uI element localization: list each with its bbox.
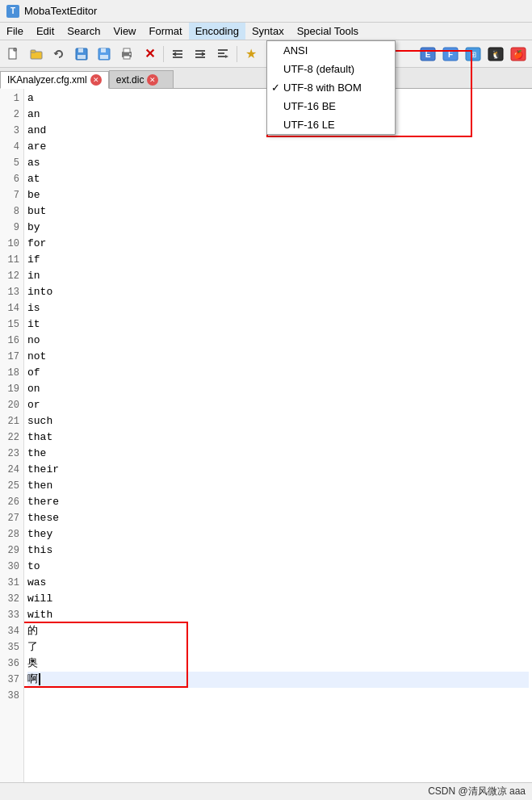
encoding-utf8-bom[interactable]: UTF-8 with BOM: [267, 78, 395, 97]
editor-line-4: are: [27, 139, 529, 155]
editor-area: 1234567891011121314151617181920212223242…: [0, 89, 532, 782]
svg-text:🐧: 🐧: [491, 49, 501, 60]
line-number-9: 9: [0, 220, 23, 236]
editor-line-26: there: [27, 494, 529, 510]
bookmark-button[interactable]: ★: [241, 44, 262, 65]
line-number-22: 22: [0, 429, 23, 446]
line-number-34: 34: [0, 623, 23, 639]
menu-file[interactable]: File: [0, 23, 30, 40]
line-number-17: 17: [0, 349, 23, 365]
menu-search[interactable]: Search: [61, 23, 107, 40]
editor-line-36: 奥: [27, 655, 529, 672]
editor-line-22: that: [27, 429, 529, 446]
status-bar: CSDN @清风微凉 aaa: [0, 782, 532, 800]
svg-text:🍎: 🍎: [513, 49, 524, 60]
format-button[interactable]: [212, 44, 233, 65]
line-number-11: 11: [0, 252, 23, 268]
editor-line-27: these: [27, 510, 529, 526]
editor-line-14: is: [27, 300, 529, 316]
linux-btn[interactable]: 🐧: [485, 44, 506, 65]
encoding-utf8-default[interactable]: UTF-8 (default): [267, 60, 395, 78]
svg-rect-8: [100, 55, 108, 59]
indent-left-button[interactable]: [167, 44, 188, 65]
open-file-button[interactable]: [26, 44, 47, 65]
svg-rect-20: [218, 52, 224, 54]
separator-2: [237, 46, 237, 62]
editor-line-16: no: [27, 333, 529, 349]
editor-line-21: such: [27, 413, 529, 429]
editor-line-31: was: [27, 575, 529, 591]
line-number-23: 23: [0, 446, 23, 462]
svg-text:F: F: [448, 50, 453, 59]
line-number-36: 36: [0, 655, 23, 672]
tab-close-ikanalyzer[interactable]: ✕: [90, 74, 102, 86]
title-bar: T MobaTextEditor: [0, 0, 532, 23]
editor-line-5: as: [27, 155, 529, 171]
encoding-utf16-le[interactable]: UTF-16 LE: [267, 115, 395, 134]
tab-ikanalyzer[interactable]: IKAnalyzer.cfg.xml ✕: [0, 71, 109, 89]
line-number-18: 18: [0, 365, 23, 381]
editor-line-15: it: [27, 316, 529, 333]
svg-rect-2: [31, 50, 36, 52]
line-number-14: 14: [0, 300, 23, 316]
encoding-utf16-be[interactable]: UTF-16 BE: [267, 97, 395, 115]
line-number-1: 1: [0, 90, 23, 107]
status-text: CSDN @清风微凉 aaa: [428, 785, 526, 798]
line-number-12: 12: [0, 268, 23, 284]
print-button[interactable]: [116, 44, 137, 65]
line-number-38: 38: [0, 688, 23, 704]
line-number-6: 6: [0, 171, 23, 187]
editor-line-38: [27, 688, 529, 704]
editor-line-12: in: [27, 268, 529, 284]
svg-text:⊞: ⊞: [470, 50, 476, 59]
line-number-13: 13: [0, 284, 23, 300]
line-number-37: 37: [0, 672, 23, 688]
line-number-3: 3: [0, 123, 23, 139]
svg-rect-11: [124, 56, 130, 59]
editor-line-6: at: [27, 171, 529, 187]
extra-btn-1[interactable]: E: [417, 44, 438, 65]
close-file-button[interactable]: ✕: [139, 44, 160, 65]
editor-line-13: into: [27, 284, 529, 300]
line-number-31: 31: [0, 575, 23, 591]
encoding-dropdown: ANSI UTF-8 (default) UTF-8 with BOM UTF-…: [266, 40, 396, 135]
editor-line-10: for: [27, 236, 529, 252]
tab-label-extdic: ext.dic: [116, 74, 145, 86]
line-number-26: 26: [0, 494, 23, 510]
menu-edit[interactable]: Edit: [30, 23, 61, 40]
line-number-8: 8: [0, 203, 23, 220]
new-file-button[interactable]: [3, 44, 24, 65]
svg-rect-19: [218, 49, 228, 51]
menu-format[interactable]: Format: [143, 23, 189, 40]
tab-extdic[interactable]: ext.dic ✕: [109, 70, 174, 88]
line-number-28: 28: [0, 526, 23, 542]
tab-label-ikanalyzer: IKAnalyzer.cfg.xml: [7, 74, 87, 86]
editor-line-25: then: [27, 478, 529, 494]
editor-line-8: but: [27, 203, 529, 220]
indent-right-button[interactable]: [190, 44, 211, 65]
svg-rect-7: [101, 48, 106, 52]
editor-content[interactable]: aanandareasatbebutbyforifinintoisitnonot…: [24, 89, 532, 782]
reload-button[interactable]: [48, 44, 69, 65]
line-number-5: 5: [0, 155, 23, 171]
tab-close-extdic[interactable]: ✕: [147, 74, 158, 86]
extra-btn-2[interactable]: F: [440, 44, 461, 65]
apple-btn[interactable]: 🍎: [508, 44, 529, 65]
line-number-21: 21: [0, 413, 23, 429]
line-number-20: 20: [0, 397, 23, 413]
menu-view[interactable]: View: [107, 23, 143, 40]
editor-line-18: of: [27, 365, 529, 381]
menu-special-tools[interactable]: Special Tools: [291, 23, 365, 40]
save-button[interactable]: [71, 44, 92, 65]
editor-line-37: 啊: [27, 672, 529, 688]
editor-line-19: on: [27, 381, 529, 397]
menu-syntax[interactable]: Syntax: [245, 23, 291, 40]
save-as-button[interactable]: [94, 44, 115, 65]
editor-line-24: their: [27, 462, 529, 478]
svg-point-12: [129, 53, 131, 55]
line-number-29: 29: [0, 542, 23, 559]
encoding-ansi[interactable]: ANSI: [267, 41, 395, 60]
menu-encoding[interactable]: Encoding: [189, 23, 245, 40]
app-title: MobaTextEditor: [24, 5, 97, 17]
windows-btn[interactable]: ⊞: [463, 44, 484, 65]
